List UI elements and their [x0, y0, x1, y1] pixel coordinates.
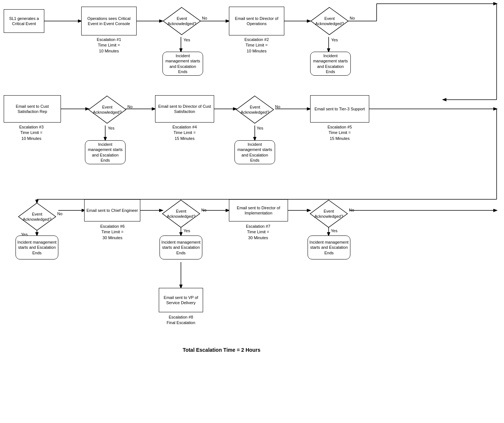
esc8-label: Escalation #8Final Escalation: [159, 314, 203, 326]
ack7-no-label: No: [349, 207, 354, 213]
svg-marker-34: [18, 203, 56, 230]
ack2-diamond: Event Acknowledged?: [310, 7, 349, 35]
esc1-label: Escalation #1Time Limit =10 Minutes: [83, 37, 135, 54]
ack7-diamond: Event Acknowledged?: [309, 199, 348, 228]
ack3-diamond: Event Acknowledged?: [88, 95, 127, 124]
ack5-no-label: No: [57, 211, 62, 217]
esc2-label: Escalation #2Time Limit =10 Minutes: [231, 37, 282, 54]
email-cust-box: Email sent to Cust Satisfaction Rep: [4, 95, 61, 123]
ack2-no-label: No: [350, 16, 355, 21]
email-dir-impl-box: Email sent to Director of Implementation: [229, 199, 288, 221]
inc-end5-box: Incident management starts and Escalatio…: [16, 235, 58, 259]
email-dir-ops-box: Email sent to Director of Operations: [229, 7, 284, 35]
email-chief-box: Email sent to Chief Engineer: [84, 199, 140, 221]
inc-end3-box: Incident management starts and Escalatio…: [85, 140, 126, 164]
esc4-label: Escalation #4Time Limit =15 Minutes: [157, 124, 212, 141]
ack3-yes-label: Yes: [108, 125, 114, 131]
inc-end2-box: Incident management starts and Escalatio…: [310, 52, 351, 76]
ack6-diamond: Event Acknowledged?: [162, 199, 200, 228]
ack4-diamond: Event Acknowledged?: [236, 95, 274, 124]
ack1-no-label: No: [202, 16, 207, 21]
esc3-label: Escalation #3Time Limit =10 Minutes: [4, 124, 59, 141]
email-dir-cust-box: Email sent to Director of Cust Satisfact…: [155, 95, 214, 123]
inc-end7-box: Incident management starts and Escalatio…: [308, 235, 350, 259]
inc-end4-box: Incident management starts and Escalatio…: [234, 140, 275, 164]
svg-marker-36: [310, 200, 347, 227]
ack3-no-label: No: [127, 104, 133, 110]
esc6-label: Escalation #6Time Limit =30 Minutes: [86, 224, 139, 241]
ack7-yes-label: Yes: [331, 228, 337, 234]
inc-end1-box: Incident management starts and Escalatio…: [162, 52, 203, 76]
svg-marker-30: [163, 7, 200, 35]
esc7-label: Escalation #7Time Limit =30 Minutes: [230, 224, 286, 241]
email-vp-box: Email sent to VP of Service Delivery: [159, 288, 203, 312]
total-label: Total Escalation Time = 2 Hours: [148, 347, 295, 353]
svg-marker-31: [311, 7, 348, 35]
ack4-no-label: No: [275, 104, 280, 110]
ack1-yes-label: Yes: [184, 37, 190, 43]
svg-marker-35: [162, 200, 200, 227]
ack2-yes-label: Yes: [331, 37, 338, 43]
svg-marker-33: [236, 96, 274, 123]
ops-sees-box: Operations sees Critical Event in Event …: [81, 7, 137, 35]
ack4-yes-label: Yes: [257, 125, 263, 131]
ack6-yes-label: Yes: [184, 228, 190, 234]
svg-marker-32: [89, 96, 126, 123]
flowchart-diagram: SL1 generates a Critical Event Operation…: [0, 0, 504, 406]
sl1-box: SL1 generates a Critical Event: [4, 9, 44, 33]
esc5-label: Escalation #5Time Limit =15 Minutes: [312, 124, 367, 141]
inc-end6-box: Incident management starts and Escalatio…: [160, 235, 202, 259]
email-tier3-box: Email sent to Tier-3 Support: [310, 95, 369, 123]
ack1-diamond: Event Acknowledged?: [162, 7, 201, 35]
ack5-diamond: Event Acknowledged?: [18, 202, 56, 231]
ack6-no-label: No: [201, 207, 206, 213]
